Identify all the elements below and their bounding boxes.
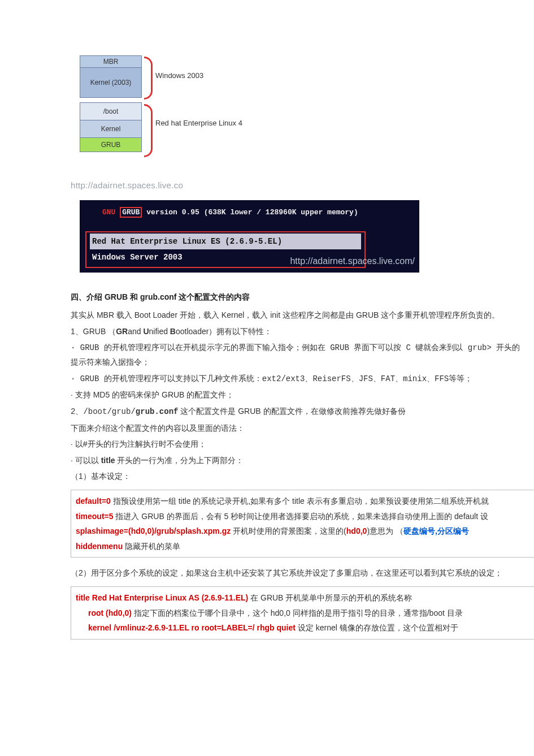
cfg-title-key: title Red Hat Enterprise Linux AS (2.6.9…	[76, 593, 248, 602]
diagram-watermark: http://adairnet.spaces.live.co	[71, 178, 183, 194]
diagram-box-mbr: MBR	[80, 55, 142, 68]
bold-grubconf: grub.conf	[136, 407, 179, 416]
cfg-kernel-key: kernel /vmlinuz-2.6.9-11.EL ro root=LABE…	[88, 623, 296, 632]
cfg-timeout-key: timeout=5	[76, 512, 114, 521]
grub-prefix: GNU	[102, 208, 115, 217]
cfg-timeout-txt: 指进入 GRUB 的界面后，会有 5 秒时间让使用者选择要启动的系统，如果未选择…	[114, 512, 489, 521]
paragraph-intro-syntax: 下面来介绍这个配置文件的内容以及里面的语法：	[71, 421, 523, 436]
paragraph-intro: 其实从 MBR 载入 Boot Loader 开始，载入 Kernel，载入 i…	[71, 308, 523, 323]
boot-stack-diagram: MBR Kernel (2003) /boot Kernel GRUB Wind…	[71, 34, 523, 198]
cfg-splash-txt: 开机时使用的背景图案，这里的(	[231, 526, 346, 535]
bracket-linux	[144, 104, 153, 157]
config-box-title: title Red Hat Enterprise Linux AS (2.6.9…	[71, 586, 534, 640]
cfg-title-txt: 在 GRUB 开机菜单中所显示的开机的系统名称	[248, 593, 412, 602]
bold-gr: GR	[116, 327, 128, 336]
cfg-hidden-key: hiddenmenu	[76, 542, 123, 551]
cfg-default-txt: 指预设使用第一组 title 的系统记录开机,如果有多个 title 表示有多重…	[111, 496, 489, 506]
bullet-title: · 可以以 title 开头的一行为准，分为上下两部分：	[71, 453, 523, 468]
grub-highlight-word: GRUB	[120, 207, 142, 218]
bold-u: U	[143, 327, 149, 336]
bold-title: title	[101, 456, 115, 465]
bullet-3: · 支持 MD5 的密码来保护 GRUB 的配置文件；	[71, 387, 523, 403]
bullet-2: · GRUB 的开机管理程序可以支持以下几种文件系统：ext2/ext3、Rei…	[71, 371, 523, 387]
bold-b: B	[170, 327, 176, 336]
cfg-splash-blue: 硬盘编号,分区编号	[403, 526, 469, 535]
cfg-default-key: default=0	[76, 496, 111, 506]
diagram-box-grub: GRUB	[80, 138, 142, 152]
txt: 1、GRUB （	[71, 327, 116, 336]
diagram-box-kernel: Kernel	[80, 120, 142, 138]
cfg-hidden-txt: 隐藏开机的菜单	[123, 542, 180, 551]
terminal-watermark: http://adairnet.spaces.live.com/	[290, 253, 415, 270]
grub-version-line: version 0.95 (638K lower / 128960K upper…	[142, 208, 358, 217]
txt: and	[128, 327, 143, 336]
section-heading: 四、介绍 GRUB 和 grub.conf 这个配置文件的内容	[71, 290, 523, 305]
diagram-label-windows: Windows 2003	[155, 71, 203, 81]
txt: 这个配置文件是 GRUB 的配置文件，在做修改前推荐先做好备份	[178, 407, 405, 416]
diagram-box-boot: /boot	[80, 102, 142, 120]
grub-terminal: GNU GRUB version 0.95 (638K lower / 1289…	[80, 200, 419, 273]
paragraph-grub-name: 1、GRUB （GRand Unified Bootloader）拥有以下特性：	[71, 324, 523, 339]
diagram-box-kernel2003: Kernel (2003)	[80, 68, 142, 98]
cfg-kernel-txt: 设定 kernel 镜像的存放位置，这个位置相对于	[296, 623, 458, 632]
txt: nified	[149, 327, 170, 336]
cfg-root-key: root (hd0,0)	[88, 608, 132, 617]
bullet-comment: · 以#开头的行为注解执行时不会使用；	[71, 437, 523, 452]
cfg-splash-hd: hd0,0	[346, 526, 367, 535]
grub-entry-selected: Red Hat Enterprise Linux ES (2.6.9-5.EL)	[90, 234, 361, 250]
txt: 2、/boot/grub/	[71, 407, 136, 416]
subhead-basic: （1）基本设定：	[71, 469, 523, 484]
txt: 开头的一行为准，分为上下两部分：	[115, 456, 244, 465]
txt: ootloader）拥有以下特性：	[176, 327, 272, 336]
diagram-label-linux: Red hat Enterprise Linux 4	[155, 119, 242, 128]
subhead-multi: （2）用于区分多个系统的设定，如果这台主机中还安装了其它系统并设定了多重启动，在…	[71, 565, 523, 581]
bullet-1: · GRUB 的开机管理程序可以在开机提示字元的界面下输入指令；例如在 GRUB…	[71, 340, 523, 370]
cfg-splash-txt2: )意思为 （	[367, 526, 403, 535]
cfg-root-txt: 指定下面的档案位于哪个目录中，这个 hd0,0 同样指的是用于指引导的目录，通常…	[132, 608, 463, 617]
cfg-splash-key: splashimage=(hd0,0)/grub/splash.xpm.gz	[76, 526, 231, 535]
txt: · 可以以	[71, 456, 101, 465]
bracket-windows	[144, 57, 153, 100]
config-box-basic: default=0 指预设使用第一组 title 的系统记录开机,如果有多个 t…	[71, 490, 534, 558]
paragraph-grubconf: 2、/boot/grub/grub.conf 这个配置文件是 GRUB 的配置文…	[71, 404, 523, 420]
